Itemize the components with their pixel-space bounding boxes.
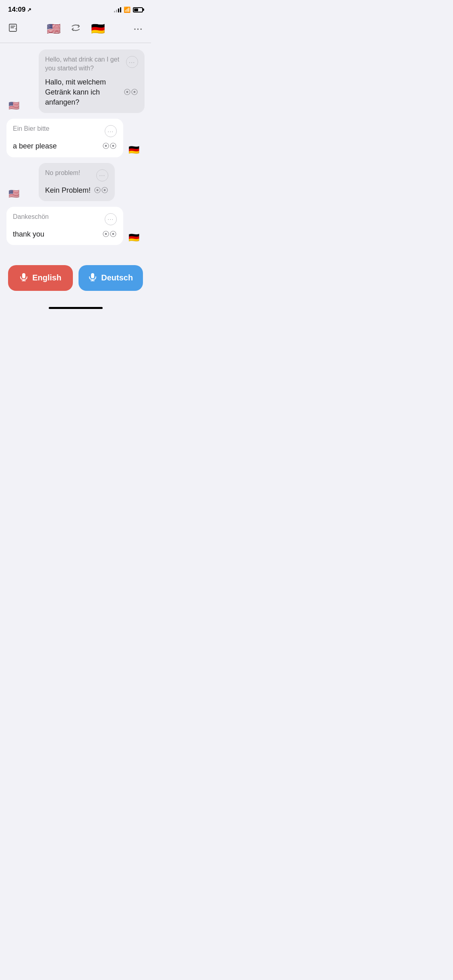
flag-us-button[interactable]: 🇺🇸 — [45, 20, 62, 38]
home-indicator — [49, 307, 103, 309]
toolbar: 🇺🇸 🇩🇪 ··· — [0, 17, 151, 43]
status-icons: 📶 — [114, 6, 143, 13]
more-dots-icon-2: ··· — [108, 128, 114, 134]
english-button-label: English — [32, 273, 61, 282]
bubble-2-translated: a beer please — [13, 141, 99, 151]
bubble-4: Dankeschön ··· thank you ⦿⦿ — [6, 207, 123, 245]
bubble-1-top: Hello, what drink can I get you started … — [45, 55, 138, 73]
flag-de-button[interactable]: 🇩🇪 — [89, 20, 107, 38]
compose-button[interactable] — [8, 23, 18, 35]
bubble-2-top: Ein Bier bitte ··· — [13, 124, 117, 137]
bubble-3-more-button[interactable]: ··· — [96, 169, 108, 181]
sender-flag-us-1: 🇺🇸 — [6, 99, 21, 113]
bubble-2: Ein Bier bitte ··· a beer please ⦿⦿ — [6, 119, 123, 157]
message-received-1: 🇺🇸 Hello, what drink can I get you start… — [6, 49, 145, 113]
message-received-3: 🇺🇸 No problem! ··· Kein Problem! ⦿⦿ — [6, 163, 145, 201]
more-dots-icon-3: ··· — [99, 172, 105, 178]
signal-icon — [114, 7, 121, 12]
sender-flag-de-4: 🇩🇪 — [126, 231, 141, 245]
speaker-icon-3[interactable]: ⦿⦿ — [94, 186, 108, 195]
location-arrow-icon: ↗ — [27, 7, 31, 13]
sender-flag-us-3: 🇺🇸 — [6, 187, 21, 201]
sender-flag-de-2: 🇩🇪 — [126, 143, 141, 157]
bubble-4-original: Dankeschön — [13, 212, 105, 221]
deutsch-button-label: Deutsch — [101, 273, 133, 282]
bubble-2-bottom: a beer please ⦿⦿ — [13, 141, 117, 151]
bubble-1: Hello, what drink can I get you started … — [39, 49, 145, 113]
deutsch-button[interactable]: Deutsch — [79, 265, 143, 291]
speaker-icon-4[interactable]: ⦿⦿ — [102, 230, 117, 239]
bubble-4-top: Dankeschön ··· — [13, 212, 117, 225]
bottom-buttons-area: English Deutsch — [0, 257, 151, 307]
bubble-1-bottom: Hallo, mit welchem Getränk kann ich anfa… — [45, 77, 138, 108]
svg-rect-3 — [22, 273, 25, 278]
speaker-icon-1[interactable]: ⦿⦿ — [124, 88, 138, 97]
bubble-3-bottom: Kein Problem! ⦿⦿ — [45, 185, 108, 196]
chat-area: 🇺🇸 Hello, what drink can I get you start… — [0, 43, 151, 253]
status-bar: 14:09 ↗ 📶 — [0, 0, 151, 17]
wifi-icon: 📶 — [124, 6, 130, 13]
bubble-2-more-button[interactable]: ··· — [105, 125, 117, 137]
message-sent-4: Dankeschön ··· thank you ⦿⦿ 🇩🇪 — [6, 207, 145, 245]
bubble-3-top: No problem! ··· — [45, 169, 108, 181]
mic-icon-deutsch — [88, 272, 97, 283]
svg-rect-6 — [91, 273, 94, 278]
mic-icon-english — [19, 272, 28, 283]
message-sent-2: Ein Bier bitte ··· a beer please ⦿⦿ 🇩🇪 — [6, 119, 145, 157]
more-button[interactable]: ··· — [134, 25, 143, 34]
bubble-3-original: No problem! — [45, 169, 96, 177]
bubble-1-original: Hello, what drink can I get you started … — [45, 55, 126, 73]
battery-icon — [133, 7, 143, 12]
status-time: 14:09 ↗ — [8, 6, 31, 14]
bubble-3: No problem! ··· Kein Problem! ⦿⦿ — [39, 163, 115, 201]
more-dots-icon: ··· — [129, 59, 135, 65]
bubble-2-original: Ein Bier bitte — [13, 124, 105, 133]
bubble-1-translated: Hallo, mit welchem Getränk kann ich anfa… — [45, 77, 120, 108]
bubble-4-translated: thank you — [13, 229, 99, 239]
bubble-4-bottom: thank you ⦿⦿ — [13, 229, 117, 239]
bubble-3-translated: Kein Problem! — [45, 185, 91, 196]
more-dots-icon-4: ··· — [108, 216, 114, 222]
bubble-1-more-button[interactable]: ··· — [126, 56, 138, 68]
bubble-4-more-button[interactable]: ··· — [105, 213, 117, 225]
swap-button[interactable] — [70, 23, 81, 35]
english-button[interactable]: English — [8, 265, 73, 291]
speaker-icon-2[interactable]: ⦿⦿ — [102, 142, 117, 150]
